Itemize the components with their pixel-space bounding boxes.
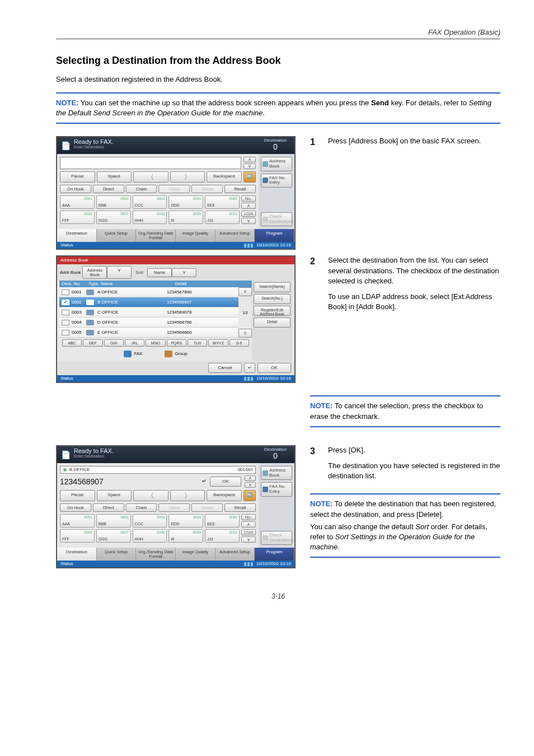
recall-button[interactable]: Recall (224, 503, 256, 512)
type-fax-button[interactable]: FAX (124, 351, 142, 357)
row-checkbox[interactable] (62, 290, 69, 295)
scroll-down-button[interactable]: ∨ (245, 482, 256, 488)
address-row[interactable]: 0005E OFFICE1234568860 (59, 328, 238, 338)
letter-filter-button[interactable]: ABC (62, 339, 82, 347)
one-touch-key[interactable]: 0002BBB (96, 195, 131, 209)
abc-keypad-button[interactable]: 🔤 (243, 171, 256, 183)
row-checkbox[interactable] (62, 330, 69, 335)
ab-side-button[interactable]: Search(No.) (254, 294, 291, 304)
letter-filter-button[interactable]: 0-9 (229, 339, 249, 347)
one-touch-key[interactable]: 0006FFF (60, 529, 95, 543)
chain-button[interactable]: Chain (126, 503, 157, 512)
letter-filter-button[interactable]: WXYZ (208, 339, 228, 347)
page-down-button[interactable]: ∨ (241, 218, 256, 224)
bottom-tab[interactable]: Org./Sending Data Format (136, 548, 176, 561)
address-book-button[interactable]: Address Book (261, 157, 292, 171)
bottom-tab[interactable]: Program (255, 548, 294, 561)
sort-select[interactable]: Name (147, 268, 172, 277)
detail-button[interactable]: Detail (158, 185, 190, 194)
cursor-left-button[interactable]: 〈 (133, 490, 168, 501)
space-button[interactable]: Space (97, 490, 132, 501)
bottom-tab[interactable]: Org./Sending Data Format (136, 229, 176, 242)
no-button[interactable]: No. (241, 195, 256, 202)
address-row[interactable]: ✔0002B OFFICE1234568907 (59, 297, 238, 307)
letter-filter-button[interactable]: GHI (104, 339, 124, 347)
on-hook-button[interactable]: On Hook (60, 503, 91, 512)
no-button[interactable]: No. (241, 514, 256, 520)
sort-dropdown-button[interactable]: ⋎ (172, 268, 196, 277)
bottom-tab[interactable]: Quick Setup (97, 229, 137, 242)
scroll-up-button[interactable]: ∧ (245, 475, 256, 481)
one-touch-key[interactable]: 0009III (168, 529, 203, 543)
bottom-tab[interactable]: Image Quality (176, 548, 216, 561)
one-touch-key[interactable]: 0005EEE (205, 195, 240, 209)
one-touch-key[interactable]: 0003CCC (133, 195, 167, 209)
letter-filter-button[interactable]: MNO (146, 339, 165, 347)
ok-button[interactable]: OK (257, 363, 291, 373)
type-group-button[interactable]: Group (165, 351, 187, 357)
one-touch-key[interactable]: 0002BBB (96, 514, 131, 528)
pause-button[interactable]: Pause (60, 171, 95, 183)
bottom-tab[interactable]: Destination (57, 229, 97, 242)
pause-button[interactable]: Pause (60, 490, 95, 501)
bottom-tab[interactable]: Program (255, 229, 294, 242)
abc-keypad-button[interactable]: 🔤 (243, 490, 256, 501)
page-up-button[interactable]: ∧ (241, 203, 256, 209)
row-checkbox[interactable] (62, 310, 69, 315)
recall-button[interactable]: Recall (224, 185, 256, 194)
one-touch-key[interactable]: 0001AAA (60, 514, 95, 528)
one-touch-key[interactable]: 0004DDD (168, 195, 203, 209)
letter-filter-button[interactable]: PQRS (167, 339, 186, 347)
one-touch-key[interactable]: 0010JJJ (205, 211, 240, 224)
chain-button[interactable]: Chain (126, 185, 157, 194)
one-touch-key[interactable]: 0001AAA (60, 195, 95, 209)
one-touch-key[interactable]: 0005EEE (205, 514, 240, 528)
letter-filter-button[interactable]: JKL (125, 339, 144, 347)
scroll-down-button[interactable]: ∨ (243, 164, 256, 169)
backspace-button[interactable]: Backspace (207, 490, 242, 501)
bottom-tab[interactable]: Quick Setup (97, 548, 137, 561)
delete-button[interactable]: Delete (191, 503, 223, 512)
address-row[interactable]: 0001A OFFICE1234567890 (59, 287, 238, 297)
one-touch-key[interactable]: 0004DDD (168, 514, 203, 528)
space-button[interactable]: Space (97, 171, 132, 183)
bottom-tab[interactable]: Image Quality (176, 229, 216, 242)
cursor-left-button[interactable]: 〈 (133, 171, 168, 183)
status-label[interactable]: Status (60, 562, 73, 566)
one-touch-key[interactable]: 0006FFF (60, 211, 95, 224)
letter-filter-button[interactable]: DEF (83, 339, 102, 347)
bottom-tab[interactable]: Destination (57, 548, 97, 561)
ab-side-button[interactable]: Detail (254, 318, 291, 328)
letter-filter-button[interactable]: TUV (188, 339, 207, 347)
one-touch-key[interactable]: 0008HHH (133, 211, 167, 224)
status-label[interactable]: Status (60, 243, 73, 248)
bottom-tab[interactable]: Advanced Setup (216, 229, 255, 242)
fax-no-entry-button[interactable]: FAX No. Entry (261, 174, 292, 188)
on-hook-button[interactable]: On Hook (60, 185, 91, 194)
row-checkbox[interactable] (62, 320, 69, 325)
one-touch-key[interactable]: 0003CCC (133, 514, 167, 528)
one-touch-key[interactable]: 0009III (168, 211, 203, 224)
direct-button[interactable]: Direct (93, 503, 124, 512)
row-checkbox[interactable]: ✔ (62, 300, 69, 305)
number-ok-button[interactable]: OK (210, 477, 241, 487)
check-destinations-button[interactable]: Check Destinations (261, 531, 292, 545)
list-up-button[interactable]: ∧ (238, 287, 252, 296)
cancel-button[interactable]: Cancel (208, 363, 242, 373)
ab-side-button[interactable]: Search(Name) (254, 282, 291, 292)
status-label[interactable]: Status (60, 376, 73, 381)
fax-no-entry-button[interactable]: FAX No. Entry (261, 482, 292, 497)
ab-side-button[interactable]: Register/Edit Address Book (254, 306, 291, 316)
one-touch-key[interactable]: 0008HHH (133, 529, 167, 543)
one-touch-key[interactable]: 0007GGG (96, 529, 131, 543)
one-touch-key[interactable]: 0007GGG (96, 211, 131, 224)
enter-icon-button[interactable]: ↵ (244, 363, 255, 373)
addr-book-dropdown-button[interactable]: ⋎ (107, 266, 132, 279)
direct-button[interactable]: Direct (93, 185, 124, 194)
bottom-tab[interactable]: Advanced Setup (216, 548, 255, 561)
list-down-button[interactable]: ∨ (238, 329, 252, 338)
page-down-button[interactable]: ∨ (241, 536, 256, 543)
address-row[interactable]: 0003C OFFICE1234569078 (59, 307, 238, 318)
page-up-button[interactable]: ∧ (241, 521, 256, 528)
scroll-up-button[interactable]: ∧ (243, 157, 256, 162)
